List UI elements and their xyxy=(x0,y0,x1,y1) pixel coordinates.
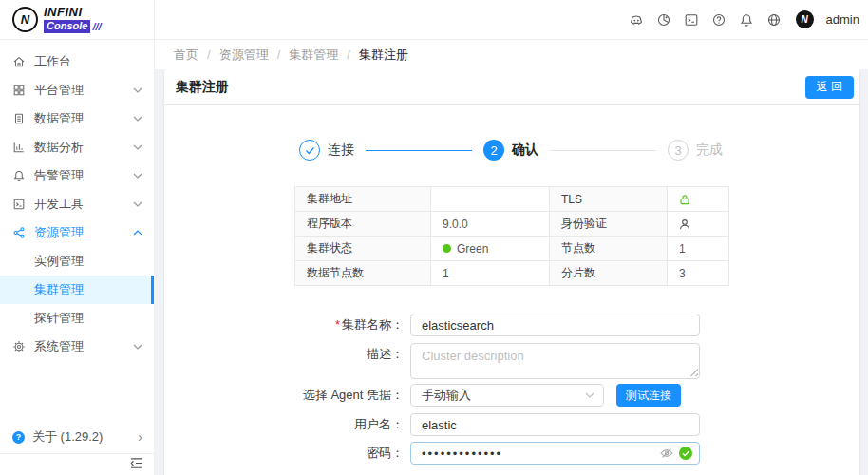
table-row: 集群地址 TLS xyxy=(295,187,729,212)
share-icon xyxy=(12,226,26,239)
agent-credential-select[interactable]: 手动输入 xyxy=(410,384,604,407)
home-icon xyxy=(12,55,26,68)
table-row: 集群状态 Green 节点数 1 xyxy=(295,237,729,261)
user-avatar[interactable]: N xyxy=(796,10,814,28)
breadcrumb-resources[interactable]: 资源管理 xyxy=(219,47,290,64)
brand-slashes: /// xyxy=(92,22,101,32)
sidebar-item-alerting[interactable]: 告警管理 xyxy=(0,162,154,190)
brand-name: INFINI xyxy=(44,6,102,18)
chart-icon xyxy=(12,141,26,154)
form-row-cluster-name: *集群名称： xyxy=(164,314,859,336)
breadcrumb: 首页 资源管理 集群管理 集群注册 xyxy=(155,40,868,69)
chevron-down-icon xyxy=(133,344,142,350)
step-confirm: 2 确认 xyxy=(483,140,538,161)
language-globe-icon[interactable] xyxy=(766,12,782,28)
back-button[interactable]: 返 回 xyxy=(805,76,854,99)
sidebar-item-probes[interactable]: 探针管理 xyxy=(0,304,154,332)
table-row: 数据节点数 1 分片数 3 xyxy=(295,261,729,286)
user-auth-icon xyxy=(679,218,717,230)
chevron-down-icon xyxy=(133,116,142,122)
gear-icon xyxy=(12,340,26,353)
brand-product: Console xyxy=(44,20,90,33)
form-row-username: 用户名： xyxy=(164,413,859,436)
sidebar-item-system[interactable]: 系统管理 xyxy=(0,332,154,361)
breadcrumb-current: 集群注册 xyxy=(359,47,408,64)
sidebar-collapse-bar xyxy=(0,453,154,475)
chevron-down-icon xyxy=(585,392,594,398)
chevron-down-icon xyxy=(133,144,142,150)
infini-logo-icon: N xyxy=(12,7,38,32)
breadcrumb-clusters[interactable]: 集群管理 xyxy=(289,47,359,64)
username-input[interactable] xyxy=(410,413,700,436)
chevron-down-icon xyxy=(133,173,142,179)
discord-icon[interactable] xyxy=(629,12,644,28)
chevron-down-icon xyxy=(133,201,142,207)
description-textarea[interactable] xyxy=(410,343,700,379)
table-row: 程序版本 9.0.0 身份验证 xyxy=(295,212,729,237)
platform-icon xyxy=(12,84,26,97)
card-header: 集群注册 返 回 xyxy=(164,69,859,105)
sidebar-item-instances[interactable]: 实例管理 xyxy=(0,247,154,276)
info-icon: ? xyxy=(12,431,25,444)
username[interactable]: admin xyxy=(826,12,859,27)
notification-bell-icon[interactable] xyxy=(739,12,754,28)
sidebar-menu: 工作台 平台管理 数据管理 数据分析 告警管理 xyxy=(0,40,154,421)
steps: 连接 2 确认 3 完成 xyxy=(299,140,723,161)
sidebar-item-resources[interactable]: 资源管理 xyxy=(0,218,154,247)
breadcrumb-home[interactable]: 首页 xyxy=(174,47,219,64)
chevron-right-icon: › xyxy=(138,430,142,444)
step-connect: 连接 xyxy=(299,140,354,161)
form-row-password: 密码： xyxy=(164,442,859,465)
sidebar-item-platform[interactable]: 平台管理 xyxy=(0,76,154,104)
page-title: 集群注册 xyxy=(176,79,805,96)
code-square-icon xyxy=(12,198,26,211)
chevron-up-icon xyxy=(133,230,142,236)
sidebar-item-workbench[interactable]: 工作台 xyxy=(0,48,154,76)
chevron-down-icon xyxy=(133,87,142,93)
form-row-agent-credential: 选择 Agent 凭据： 手动输入 测试连接 xyxy=(164,384,859,407)
health-status-text: Green xyxy=(457,242,488,256)
success-check-icon xyxy=(679,446,692,460)
test-connection-button[interactable]: 测试连接 xyxy=(616,384,681,407)
sidebar-about[interactable]: ? 关于 (1.29.2) › xyxy=(0,421,154,453)
menu-fold-icon[interactable] xyxy=(129,456,143,474)
step-connector xyxy=(366,150,472,151)
sidebar: N INFINI Console /// 工作台 平台管理 xyxy=(0,0,155,475)
step-number: 3 xyxy=(668,140,689,161)
form-row-description: 描述： xyxy=(164,343,859,379)
required-mark: * xyxy=(335,317,340,332)
step-number: 2 xyxy=(483,140,504,161)
sidebar-item-data-management[interactable]: 数据管理 xyxy=(0,104,154,133)
topbar: N admin xyxy=(155,0,868,40)
database-icon xyxy=(12,112,26,125)
health-status-dot xyxy=(443,244,451,253)
cluster-register-card: 集群注册 返 回 连接 2 确认 3 完成 xyxy=(164,69,859,475)
console-icon[interactable] xyxy=(684,12,699,28)
alarm-bell-icon xyxy=(12,169,26,182)
sidebar-item-dev-tools[interactable]: 开发工具 xyxy=(0,190,154,218)
step-connector xyxy=(550,150,656,151)
app-logo[interactable]: N INFINI Console /// xyxy=(0,0,154,40)
content-area: 集群注册 返 回 连接 2 确认 3 完成 xyxy=(155,69,868,475)
step-finish: 3 完成 xyxy=(668,140,723,161)
lock-icon xyxy=(679,194,717,205)
cluster-info-table: 集群地址 TLS 程序版本 9.0.0 身份验证 xyxy=(294,186,729,286)
cluster-register-form: *集群名称： 描述： 选择 Agent 凭据： 手动输入 xyxy=(164,314,859,475)
website-icon[interactable] xyxy=(656,12,671,28)
cluster-name-input[interactable] xyxy=(410,314,700,336)
help-icon[interactable] xyxy=(711,12,726,28)
step-check-icon xyxy=(299,140,320,161)
sidebar-item-data-analysis[interactable]: 数据分析 xyxy=(0,133,154,162)
sidebar-item-clusters[interactable]: 集群管理 xyxy=(0,276,154,304)
password-input[interactable] xyxy=(410,442,700,465)
eye-invisible-icon[interactable] xyxy=(660,446,673,460)
